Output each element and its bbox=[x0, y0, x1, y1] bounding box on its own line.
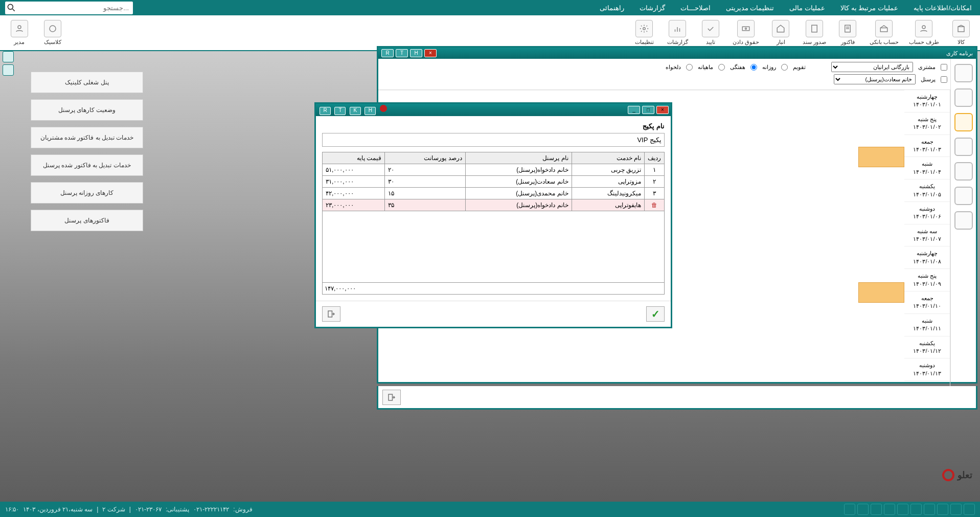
table-row[interactable]: ۳میکرونیدلینگخانم محمدی(پرسنل)۱۵۴۲,۰۰۰,۰… bbox=[323, 188, 665, 199]
exit-button[interactable] bbox=[382, 390, 401, 405]
cell-personnel: خانم دادخواه(پرسنل) bbox=[465, 199, 572, 211]
customer-select[interactable]: بازرگانی ایرانیان bbox=[831, 62, 913, 72]
tool-settings[interactable]: تنظیمات bbox=[630, 17, 658, 48]
status-icon[interactable] bbox=[857, 504, 869, 515]
menu-base[interactable]: امکانات/اطلاعات پایه bbox=[910, 2, 975, 14]
key-h[interactable]: H bbox=[410, 49, 422, 57]
status-icon[interactable] bbox=[871, 504, 882, 515]
radio-weekly[interactable] bbox=[750, 64, 757, 71]
menu-corrections[interactable]: اصلاحـــات bbox=[677, 2, 714, 14]
svg-point-3 bbox=[922, 26, 925, 29]
table-row[interactable]: 🗑هایفوتراپیخانم دادخواه(پرسنل)۳۵۲۳,۰۰۰,۰… bbox=[323, 199, 665, 211]
date-item[interactable]: یکشنبه۱۴۰۳/۰۱/۱۲ bbox=[904, 336, 950, 359]
search-icon[interactable] bbox=[6, 3, 16, 13]
radio-monthly[interactable] bbox=[718, 64, 725, 71]
status-icon[interactable] bbox=[844, 504, 855, 515]
date-item[interactable]: دوشنبه۱۴۰۳/۰۱/۰۶ bbox=[904, 202, 950, 224]
btn-clinic-panel[interactable]: پنل شغلی کلینیک bbox=[31, 72, 143, 93]
tool-salary[interactable]: حقوق دادن bbox=[730, 17, 762, 48]
package-name-input[interactable] bbox=[322, 133, 665, 147]
cancel-button[interactable] bbox=[322, 306, 340, 322]
confirm-button[interactable]: ✓ bbox=[646, 306, 665, 322]
date-item[interactable]: پنج شنبه۱۴۰۳/۰۱/۰۲ bbox=[904, 113, 950, 135]
cell-service: میکرونیدلینگ bbox=[572, 188, 644, 199]
tool-bank[interactable]: حساب بانکی bbox=[867, 17, 901, 48]
search-input[interactable] bbox=[16, 3, 132, 13]
status-icon[interactable] bbox=[884, 504, 895, 515]
btn-daily-tasks[interactable]: کارهای روزانه پرسنل bbox=[31, 182, 143, 204]
schedule-titlebar[interactable]: برنامه کاری R T H × bbox=[378, 48, 976, 59]
close-icon[interactable]: × bbox=[424, 49, 437, 57]
date-item[interactable]: چهارشنبه۱۴۰۳/۰۱/۰۱ bbox=[904, 90, 950, 113]
tool-account-party[interactable]: طرف حساب bbox=[906, 17, 942, 48]
tool-confirm[interactable]: تایید bbox=[697, 17, 725, 48]
status-icon[interactable] bbox=[897, 504, 908, 515]
key-r[interactable]: R bbox=[381, 49, 394, 57]
radio-daily[interactable] bbox=[781, 64, 788, 71]
menu-management[interactable]: تنظیمات مدیریتی bbox=[723, 2, 778, 14]
menu-product-ops[interactable]: عملیات مرتبط به کالا bbox=[837, 2, 901, 14]
tool-classic[interactable]: کلاسیک bbox=[38, 17, 66, 48]
date-item[interactable]: دوشنبه۱۴۰۳/۰۱/۱۳ bbox=[904, 358, 950, 381]
btn-services-invoiced-customers[interactable]: خدمات تبدیل به فاکتور شده مشتریان bbox=[31, 127, 143, 148]
date-item[interactable]: پنج شنبه۱۴۰۳/۰۱/۰۹ bbox=[904, 269, 950, 291]
tool-product[interactable]: کالا bbox=[947, 17, 975, 48]
status-icon[interactable] bbox=[964, 504, 975, 515]
date-item[interactable]: چهارشنبه۱۴۰۳/۰۱/۰۸ bbox=[904, 246, 950, 269]
menu-help[interactable]: راهنمائی bbox=[597, 2, 627, 14]
date-item[interactable]: شنبه۱۴۰۳/۰۱/۰۴ bbox=[904, 157, 950, 179]
appointment-block[interactable] bbox=[858, 147, 904, 167]
package-titlebar[interactable]: R T K H _ □ × bbox=[316, 104, 671, 116]
gear-icon bbox=[640, 24, 649, 33]
tool-admin[interactable]: مدیر bbox=[5, 17, 33, 48]
side-add-user-icon[interactable] bbox=[954, 64, 973, 82]
table-row[interactable]: ۱تزریق چربیخانم دادخواه(پرسنل)۲۰۵۱,۰۰۰,۰… bbox=[323, 164, 665, 176]
close-icon[interactable]: × bbox=[656, 106, 669, 114]
brand-logo: تعلو bbox=[942, 469, 972, 481]
key-h[interactable]: H bbox=[364, 107, 376, 115]
side-bars-icon[interactable] bbox=[954, 187, 973, 205]
date-item[interactable]: سه شنبه۱۴۰۳/۰۱/۰۷ bbox=[904, 224, 950, 247]
date-item[interactable]: جمعه۱۴۰۳/۰۱/۱۰ bbox=[904, 291, 950, 314]
maximize-icon[interactable]: □ bbox=[642, 106, 654, 114]
menu-financial[interactable]: عملیات مالی bbox=[786, 2, 828, 14]
date-item[interactable]: شنبه۱۴۰۳/۰۱/۱۱ bbox=[904, 314, 950, 336]
date-item[interactable]: جمعه۱۴۰۳/۰۱/۰۳ bbox=[904, 135, 950, 158]
personnel-select[interactable]: خانم سعادت(پرسنل) bbox=[834, 74, 916, 84]
date-list[interactable]: چهارشنبه۱۴۰۳/۰۱/۰۱پنج شنبه۱۴۰۳/۰۱/۰۲جمعه… bbox=[904, 90, 950, 396]
table-row[interactable]: ۲مزوتراپیخانم سعادت(پرسنل)۳۰۳۱,۰۰۰,۰۰۰ bbox=[323, 176, 665, 188]
status-icon[interactable] bbox=[924, 504, 935, 515]
tool-warehouse[interactable]: انبار bbox=[767, 17, 795, 48]
key-r[interactable]: R bbox=[320, 107, 331, 115]
side-gear-icon[interactable] bbox=[954, 211, 973, 230]
tool-reports[interactable]: گزارشات bbox=[664, 17, 692, 48]
side-box-icon[interactable] bbox=[954, 88, 973, 107]
btn-services-invoiced-personnel[interactable]: خدمات تبدیل به فاکتور شده پرسنل bbox=[31, 154, 143, 176]
trash-icon[interactable]: 🗑 bbox=[645, 199, 665, 211]
side-grid-icon[interactable] bbox=[954, 113, 973, 131]
radio-custom[interactable] bbox=[686, 64, 693, 71]
minimize-icon[interactable]: _ bbox=[628, 106, 640, 114]
side-table-icon[interactable] bbox=[954, 162, 973, 181]
key-t[interactable]: T bbox=[334, 107, 346, 115]
tool-invoice[interactable]: فاکتور bbox=[834, 17, 862, 48]
status-icon[interactable] bbox=[937, 504, 948, 515]
key-t[interactable]: T bbox=[396, 49, 408, 57]
user-tile-icon[interactable] bbox=[3, 64, 14, 76]
info-tile-icon[interactable] bbox=[3, 51, 14, 62]
date-item[interactable]: یکشنبه۱۴۰۳/۰۱/۰۵ bbox=[904, 179, 950, 202]
cell-service: هایفوتراپی bbox=[572, 199, 644, 211]
status-icon[interactable] bbox=[910, 504, 922, 515]
menu-reports[interactable]: گزارشات bbox=[636, 2, 668, 14]
btn-personnel-status[interactable]: وضعیت کارهای پرسنل bbox=[31, 99, 143, 121]
appointment-block[interactable] bbox=[858, 282, 904, 303]
customer-checkbox[interactable] bbox=[941, 64, 947, 71]
status-icon[interactable] bbox=[950, 504, 962, 515]
btn-personnel-invoices[interactable]: فاکتورهای پرسنل bbox=[31, 210, 143, 231]
personnel-checkbox[interactable] bbox=[941, 76, 947, 83]
key-k[interactable]: K bbox=[350, 107, 361, 115]
side-chart-icon[interactable] bbox=[954, 138, 973, 156]
search-box[interactable] bbox=[5, 2, 133, 14]
tool-document[interactable]: صدور سند bbox=[800, 17, 829, 48]
toolbar-left-group: کلاسیک مدیر bbox=[5, 17, 66, 48]
